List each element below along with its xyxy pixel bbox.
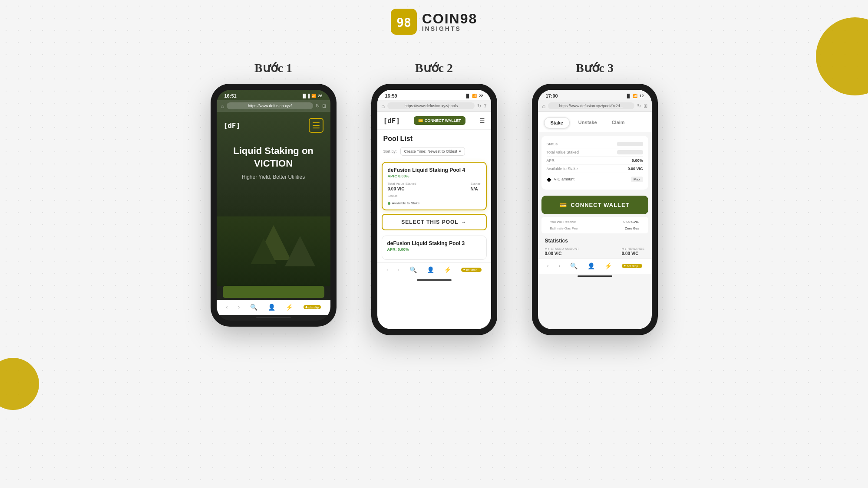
status-bar-1: 16:51 ▐▌▐ 📶 26 [217,90,330,100]
pool-card-2[interactable]: deFusion Liquid Staking Pool 3 APR: 0.00… [382,236,487,260]
search-icon-1: 🔍 [250,304,257,311]
tabs-icon-2[interactable]: 7 [484,103,486,108]
status-icons-1: ▐▌▐ 📶 26 [301,94,322,98]
pool-apr-2: APR: 0.00% [387,247,481,252]
nav-search-3[interactable]: 🔍 [570,262,578,269]
nav-forward-3[interactable]: › [558,263,560,269]
time-3: 17:00 [546,93,558,98]
menu-button-1[interactable] [309,118,323,133]
status-bar-3: 17:00 ▐▌ 📶 12 [538,90,652,100]
refresh-icon-2[interactable]: ↻ [477,103,481,109]
pool-status-row: Status [388,194,481,198]
wallet-icon-3: 👤 [587,262,595,269]
hamburger-icon-2[interactable]: ☰ [479,117,485,124]
nav-back-2[interactable]: ‹ [386,267,388,273]
refresh-icon-1[interactable]: ↻ [316,103,320,109]
wallet-icon-header: 💳 [418,118,423,123]
max-button[interactable]: Max [631,177,643,182]
staker-col: Staker N/A [470,182,480,191]
transaction-info: You Will Receive 0.00 SVIC Estimate Gas … [541,217,648,233]
settings-icon-1: ⚡ [286,304,293,311]
home-icon-3: ⌂ [542,103,546,109]
sort-select[interactable]: Create Time: Newest to Oldest ▾ [400,147,465,156]
badge-icon-2: ✦ [463,268,465,272]
tab-unstake[interactable]: Unstake [572,117,603,128]
header: 98 COIN98 INSIGHTS [391,9,478,35]
staking-tabs: Stake Unstake Claim [538,112,652,132]
total-staked-col: Total Value Staked 0.00 VIC [388,182,416,191]
status-placeholder [617,142,643,146]
receive-row: You Will Receive 0.00 SVIC [545,219,645,225]
df-logo-2: [dF] [383,117,400,125]
tab-stake[interactable]: Stake [544,117,570,128]
stats-row: MY STAKED AMOUNT 0.00 VIC MY REWARDS 0.0… [545,247,645,256]
wallet-icon-1: 👤 [268,304,275,311]
tvs-placeholder [617,150,643,154]
tabs-icon-1[interactable]: ⊞ [322,103,326,109]
deco-circle-left [0,358,39,410]
nav-search-2[interactable]: 🔍 [409,266,417,273]
step-1-col: Bước 1 16:51 ▐▌▐ 📶 26 ⌂ [211,61,337,327]
nav-wallet-1[interactable]: 👤 [268,304,275,311]
nav-forward-1[interactable]: › [238,304,240,310]
step-3-col: Bước 3 17:00 ▐▌ 📶 12 ⌂ h [532,61,658,335]
pool-stats-1: Total Value Staked 0.00 VIC Staker N/A [388,182,481,191]
nav-back-1[interactable]: ‹ [226,304,228,310]
hero-image: Liquid Staking on VICTION Higher Yield, … [217,136,330,286]
sort-row: Sort by: Create Time: Newest to Oldest ▾ [377,145,491,159]
url-1[interactable]: https://www.defusion.xyz/ [227,102,313,109]
bottom-nav-2: ‹ › 🔍 👤 ⚡ ✦ hot drop... [377,262,491,278]
connect-wallet-header-btn[interactable]: 💳 CONNECT WALLET [414,116,465,125]
time-2: 16:59 [385,93,397,98]
nav-badge-1[interactable]: ◆ starship [304,305,321,309]
bottom-nav-1: ‹ › 🔍 👤 ⚡ ◆ starship [217,300,330,315]
step-2-col: Bước 2 16:59 ▐▌ 📶 22 ⌂ h [371,61,497,335]
nav-badge-2[interactable]: ✦ hot drop... [461,268,482,272]
browser-bar-2: ⌂ https://www.defusion.xyz/pools ↻ 7 [377,100,491,112]
hero-subtitle: Higher Yield, Better Utilities [225,174,322,180]
statistics-title: Statistics [545,238,645,244]
settings-icon-2: ⚡ [444,266,451,273]
nav-settings-2[interactable]: ⚡ [444,266,451,273]
steps-container: Bước 1 16:51 ▐▌▐ 📶 26 ⌂ [176,61,693,335]
browser-bar-3: ⌂ https://www.defusion.xyz/pool/0x2d... … [538,100,652,112]
nav-badge-3[interactable]: ✦ hot drop... [622,264,643,268]
pool-nav: [dF] 💳 CONNECT WALLET ☰ [377,112,491,130]
nav-settings-3[interactable]: ⚡ [604,262,612,269]
select-pool-button[interactable]: SELECT THIS POOL → [382,214,487,230]
home-indicator-3 [578,275,612,277]
hero-text: Liquid Staking on VICTION Higher Yield, … [217,136,330,251]
nav-wallet-2[interactable]: 👤 [427,266,434,273]
hero-nav: [dF] [217,112,330,136]
nav-search-1[interactable]: 🔍 [250,304,257,311]
home-indicator-1 [256,317,291,318]
nav-wallet-3[interactable]: 👤 [587,262,595,269]
nav-back-3[interactable]: ‹ [547,263,549,269]
logo-text: COIN98 INSIGHTS [422,12,478,32]
nav-settings-1[interactable]: ⚡ [286,304,293,311]
my-rewards-block: MY REWARDS 0.00 VIC [622,247,645,256]
menu-line [313,125,320,126]
wallet-card-icon: 💳 [560,202,567,208]
url-2[interactable]: https://www.defusion.xyz/pools [387,102,475,109]
logo-brand: COIN98 [422,12,478,26]
settings-icon-3: ⚡ [604,262,612,269]
step-3-title: Bước 3 [576,61,614,75]
df-logo-1: [dF] [224,121,241,130]
cta-bar[interactable] [223,286,324,298]
my-staked-block: MY STAKED AMOUNT 0.00 VIC [545,247,580,256]
connect-wallet-main-btn[interactable]: 💳 CONNECT WALLET [541,196,648,214]
staking-info-card: Status Total Value Staked APR 0.00% [541,136,648,190]
refresh-icon-3[interactable]: ↻ [637,103,641,109]
tvs-row: Total Value Staked [547,148,643,157]
vic-input-row: ◆ VIC amount Max [547,173,643,185]
tab-claim[interactable]: Claim [606,117,631,128]
pool-card-1[interactable]: deFusion Liquid Staking Pool 4 APR: 0.00… [382,162,487,210]
available-row: Available to Stake 0.00 VIC [547,165,643,173]
step-2-title: Bước 2 [415,61,453,75]
nav-forward-2[interactable]: › [398,267,399,273]
tabs-icon-3[interactable]: ⊞ [644,103,647,109]
gas-row: Estimate Gas Fee Zero Gas [545,225,645,232]
url-3[interactable]: https://www.defusion.xyz/pool/0x2d... [548,102,634,109]
menu-line [313,122,320,123]
